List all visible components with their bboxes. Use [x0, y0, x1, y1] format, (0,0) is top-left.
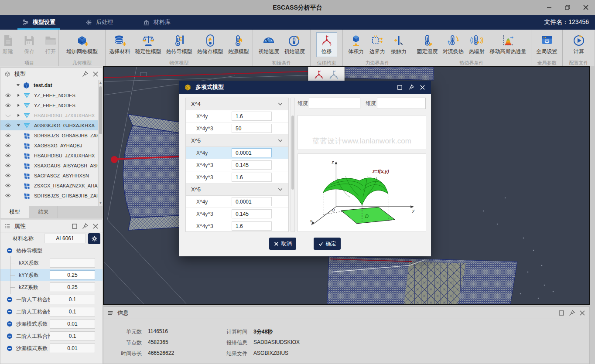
property-row-item[interactable]: 二阶人工粘合性: [0, 306, 103, 318]
toolbar-button-global-settings[interactable]: 全局设置: [534, 32, 560, 57]
minus-circle-icon[interactable]: [7, 345, 13, 351]
tree-item[interactable]: HSAUHDISU_JZXIUXHAHX: [0, 110, 98, 120]
property-row-item[interactable]: 沙漏模式系数: [0, 318, 103, 330]
property-row-sub[interactable]: kZZ系数: [0, 281, 103, 293]
scroll-up-icon[interactable]: ▲: [99, 80, 103, 85]
arrow-right-icon[interactable]: [17, 103, 21, 107]
pin-icon[interactable]: [82, 71, 89, 78]
toolbar-button-thermo-initial[interactable]: 初始温度: [282, 32, 307, 57]
toolbar-button-gauge[interactable]: 初始速度: [256, 32, 281, 57]
polynomial-row-input[interactable]: [232, 197, 272, 206]
property-row-item[interactable]: 沙漏模式系数: [0, 342, 103, 354]
maximize-icon[interactable]: [558, 310, 565, 316]
polynomial-row-input[interactable]: [232, 112, 272, 121]
property-input[interactable]: [50, 270, 95, 280]
axis-red-icon[interactable]: zxy: [313, 69, 325, 81]
polynomial-row[interactable]: X^4y^3: [186, 208, 288, 220]
arrow-right-icon[interactable]: [17, 113, 21, 117]
eye-open-icon[interactable]: [5, 172, 11, 179]
polynomial-row[interactable]: X^4y: [186, 196, 288, 208]
polynomial-row[interactable]: X^4y^3: [186, 159, 288, 171]
arrow-down-icon[interactable]: [17, 123, 21, 127]
dialog-scrollbar[interactable]: [291, 98, 295, 232]
close-button[interactable]: [579, 2, 592, 13]
property-row-sub[interactable]: kYY系数: [0, 269, 103, 281]
property-row-section[interactable]: 热传导模型: [0, 245, 103, 257]
polynomial-row-input[interactable]: [232, 148, 272, 157]
eye-open-icon[interactable]: [5, 152, 11, 159]
maximize-icon[interactable]: [71, 223, 78, 230]
polynomial-row[interactable]: X^4y: [186, 110, 288, 122]
property-row-sub[interactable]: kXX系数: [0, 257, 103, 269]
sidebar-tab-2[interactable]: 结果: [29, 206, 58, 218]
polynomial-row-input[interactable]: [232, 209, 272, 218]
polynomial-row[interactable]: X^4y^3: [186, 122, 288, 135]
close-icon[interactable]: [579, 310, 586, 316]
model-tree-scrollbar[interactable]: ▲ ▼: [98, 80, 103, 206]
toolbar-button-compute[interactable]: 计算: [568, 32, 589, 57]
tree-item[interactable]: SAGFASGZ_ASYHHXSN: [0, 170, 98, 180]
tree-item[interactable]: AGSGKJKG_GJHXAJKHXA: [0, 120, 98, 130]
toolbar-button-database[interactable]: 选择材料: [107, 32, 133, 57]
toolbar-button-radiation[interactable]: 热辐射: [466, 32, 487, 57]
toolbar-button-thermo-fixed[interactable]: 固定温度: [415, 32, 440, 57]
tree-item[interactable]: YZ_FREE_NODES: [0, 90, 98, 100]
toolbar-button-thermo-conduct[interactable]: 热传导模型: [164, 32, 195, 57]
property-row-item[interactable]: 二阶人工粘合性: [0, 330, 103, 342]
maximize-icon[interactable]: [397, 84, 403, 91]
eye-open-icon[interactable]: [5, 132, 11, 139]
minus-circle-icon[interactable]: [7, 321, 13, 327]
property-input[interactable]: [50, 344, 95, 353]
minus-circle-icon[interactable]: [7, 333, 13, 339]
tree-item[interactable]: XSAXGAUS_AISYAQSH_ASHX: [0, 160, 98, 170]
toolbar-button-gauss-flux[interactable]: 移动高斯热通量: [488, 32, 529, 57]
eye-open-icon[interactable]: [5, 182, 11, 189]
pin-icon[interactable]: [82, 223, 89, 230]
tree-item[interactable]: SDHSBJZS_GHSABJHB_ZAHU: [0, 130, 98, 140]
polynomial-row-input[interactable]: [232, 221, 272, 231]
polynomial-section-header[interactable]: X^4: [186, 98, 288, 110]
eye-open-icon[interactable]: [5, 102, 11, 109]
toolbar-button-thermo-source[interactable]: 热源模型: [226, 32, 251, 57]
polynomial-row[interactable]: X^4y: [186, 147, 288, 159]
sidebar-tab-1[interactable]: 模型: [0, 206, 29, 218]
eye-open-icon[interactable]: [5, 192, 11, 199]
tree-row-root[interactable]: test.dat: [0, 80, 98, 90]
menu-tab-2[interactable]: 后处理: [79, 15, 119, 30]
toolbar-button-axis-red[interactable]: zxy位移: [316, 32, 337, 57]
property-input[interactable]: [50, 331, 95, 341]
toolbar-button-scale[interactable]: 稳定性模型: [133, 32, 164, 57]
property-input[interactable]: [50, 258, 95, 268]
toolbar-button-save-file[interactable]: 保存: [19, 32, 40, 57]
scrollbar-thumb[interactable]: [291, 116, 294, 190]
menu-tab-3[interactable]: 材料库: [137, 15, 177, 30]
close-icon[interactable]: [419, 84, 426, 91]
toolbar-button-open-folder[interactable]: 打开: [40, 32, 61, 57]
eye-open-icon[interactable]: [5, 142, 11, 149]
eye-closed-icon[interactable]: [5, 112, 11, 119]
tree-item[interactable]: XAGBSXG_AYHAQBJ: [0, 140, 98, 150]
toolbar-button-boundary-force[interactable]: 边界力: [367, 32, 388, 57]
tree-item[interactable]: ZSXGX_HSAKAZNZXK_AHASX: [0, 180, 98, 191]
polynomial-section-header[interactable]: X^5: [186, 184, 288, 196]
close-icon[interactable]: [92, 71, 99, 78]
toolbar-button-convection[interactable]: 对流换热: [441, 32, 466, 57]
close-icon[interactable]: [92, 223, 99, 230]
property-row-item[interactable]: 一阶人工粘合性: [0, 293, 103, 306]
polynomial-row[interactable]: X^4y^3: [186, 220, 288, 232]
pin-icon[interactable]: [408, 84, 414, 91]
toolbar-button-new-file[interactable]: 新建: [0, 32, 18, 57]
polynomial-row-input[interactable]: [232, 173, 272, 182]
arrow-down-icon[interactable]: [16, 83, 20, 87]
polynomial-row[interactable]: X^4y^3: [186, 171, 288, 184]
eye-open-icon[interactable]: [5, 92, 11, 99]
toolbar-button-add-mesh[interactable]: 增加网格模型: [64, 32, 100, 57]
tree-item[interactable]: YZ_FREE_NODES: [0, 100, 98, 110]
toolbar-button-contact-force[interactable]: 接触力: [388, 32, 409, 57]
minus-circle-icon[interactable]: [7, 309, 13, 315]
minus-circle-icon[interactable]: [7, 296, 13, 303]
arrow-right-icon[interactable]: [17, 93, 21, 97]
material-name-input[interactable]: [44, 234, 86, 243]
property-input[interactable]: [50, 307, 95, 316]
restore-button[interactable]: [561, 2, 574, 13]
